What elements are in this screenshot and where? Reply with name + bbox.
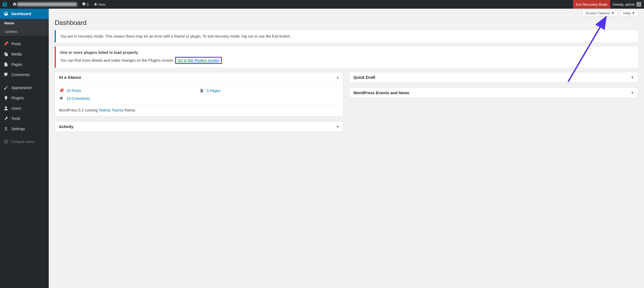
howdy-text: Howdy, admin (613, 2, 635, 6)
wp-events-toggle[interactable]: WordPress Events and News ▼ (350, 88, 638, 98)
wrench-icon (3, 116, 9, 121)
notice-error-title: One or more plugins failed to load prope… (60, 50, 139, 55)
quick-draft-toggle[interactable]: Quick Draft ▼ (350, 72, 638, 82)
glance-comments-link[interactable]: 13 Comments (59, 95, 339, 102)
sidebar-item-comments[interactable]: Comments (0, 70, 49, 80)
chevron-down-icon: ▼ (611, 11, 614, 15)
wp-events-widget: WordPress Events and News ▼ (349, 87, 638, 98)
pin-icon: 📌 (3, 41, 9, 46)
sidebar-item-tools[interactable]: Tools (0, 113, 49, 124)
comment-count: 0 (87, 2, 89, 6)
chevron-down-icon: ▼ (631, 76, 634, 79)
screen-options-tab[interactable]: Screen Options ▼ (583, 10, 617, 16)
sidebar-item-appearance[interactable]: Appearance (0, 83, 49, 93)
brush-icon (3, 85, 9, 90)
page-title: Dashboard (55, 19, 638, 27)
comment-icon (3, 72, 9, 77)
sidebar-item-pages[interactable]: Pages (0, 59, 49, 70)
site-title-blurred (17, 2, 77, 6)
sidebar-item-posts[interactable]: 📌 Posts (0, 38, 49, 49)
home-icon (12, 2, 17, 6)
notice-plugin-error: One or more plugins failed to load prope… (55, 47, 638, 68)
chevron-down-icon: ▼ (632, 11, 635, 15)
sidebar-item-plugins[interactable]: Plugins (0, 93, 49, 103)
quick-draft-widget: Quick Draft ▼ (349, 72, 638, 83)
new-label: New (98, 2, 105, 6)
sidebar-item-users[interactable]: Users (0, 103, 49, 113)
sidebar-item-media[interactable]: Media (0, 49, 49, 59)
wp-logo-menu[interactable] (0, 0, 10, 9)
sidebar-sub-updates[interactable]: Updates (0, 27, 49, 36)
chevron-down-icon: ▼ (631, 91, 634, 95)
avatar (636, 2, 641, 7)
comment-icon (59, 96, 64, 101)
at-a-glance-widget: At a Glance ▲ 📌 10 Posts (55, 72, 343, 116)
wp-version-text: WordPress 5.2 running Twenty Twenty them… (59, 105, 339, 112)
page-icon (3, 62, 9, 67)
notice-recovery: You are in recovery mode. This means the… (55, 30, 638, 42)
site-home-link[interactable] (10, 0, 79, 9)
sidebar-sub-home[interactable]: Home (0, 19, 49, 27)
media-icon (3, 52, 9, 57)
pin-icon: 📌 (59, 88, 64, 93)
activity-toggle[interactable]: Activity ▼ (55, 122, 343, 132)
sidebar-item-dashboard[interactable]: Dashboard (0, 9, 49, 19)
dashboard-icon (3, 11, 9, 16)
exit-recovery-button[interactable]: Exit Recovery Mode (573, 0, 610, 9)
chevron-up-icon: ▲ (336, 76, 339, 79)
notice-error-body: You can find more details and make chang… (60, 58, 174, 63)
plugin-icon (3, 96, 9, 100)
glance-posts-link[interactable]: 📌 10 Posts (59, 86, 199, 95)
sidebar-item-settings[interactable]: Settings (0, 124, 49, 134)
collapse-icon (3, 139, 9, 144)
admin-bar: 0 New Exit Recovery Mode Howdy, admin (0, 0, 644, 9)
new-content-menu[interactable]: New (91, 0, 108, 9)
glance-pages-link[interactable]: 3 Pages (199, 86, 339, 95)
main-content: Screen Options ▼ Help ▼ Dashboard You ar… (49, 9, 644, 288)
wordpress-icon (2, 2, 8, 7)
chevron-down-icon: ▼ (336, 125, 339, 129)
comment-icon (81, 2, 87, 6)
collapse-menu-button[interactable]: Collapse menu (0, 137, 49, 146)
account-menu[interactable]: Howdy, admin (610, 2, 644, 7)
admin-sidebar: Dashboard Home Updates 📌 Posts Media Pag… (0, 9, 49, 288)
go-to-plugins-link[interactable]: Go to the Plugins screen (178, 58, 219, 63)
user-icon (3, 106, 9, 111)
plus-icon (93, 2, 98, 6)
page-icon (199, 89, 204, 93)
theme-link[interactable]: Twenty Twenty (99, 108, 123, 112)
at-a-glance-toggle[interactable]: At a Glance ▲ (55, 72, 343, 83)
settings-icon (3, 126, 9, 131)
comments-menu[interactable]: 0 (79, 0, 91, 9)
help-tab[interactable]: Help ▼ (620, 10, 638, 16)
activity-widget: Activity ▼ (55, 121, 343, 132)
